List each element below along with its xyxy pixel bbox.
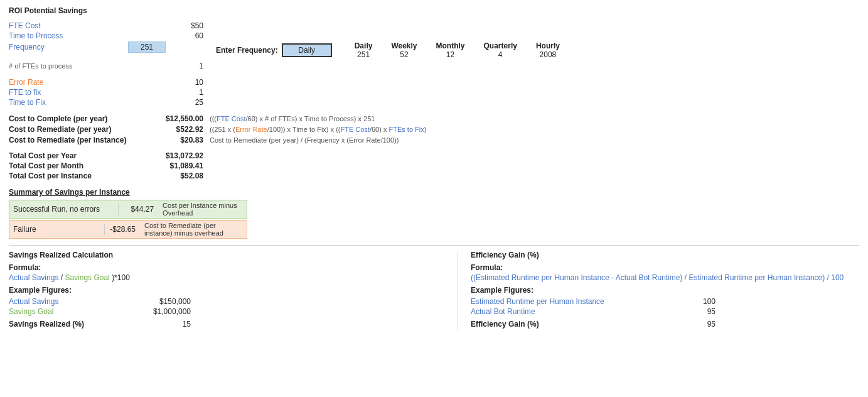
num-ftes-value: 1 xyxy=(128,62,203,70)
formula-end: )*100 xyxy=(112,273,130,282)
freq-hourly-value: 2008 xyxy=(540,50,557,59)
freq-quarterly-value: 4 xyxy=(498,50,503,59)
total-year-value: $13,072.92 xyxy=(128,151,203,160)
efficiency-gain-header: Efficiency Gain (%) xyxy=(471,251,859,259)
freq-quarterly-header: Quarterly xyxy=(484,41,517,50)
fte-to-fix-value: 1 xyxy=(128,88,203,97)
cost-remediate-instance-formula: Cost to Remediate (per year) / (Frequenc… xyxy=(210,136,399,144)
savings-formula-header: Formula: xyxy=(9,263,451,272)
actual-savings-value: $150,000 xyxy=(128,297,191,306)
fte-to-fix-label: FTE to fix xyxy=(9,88,128,97)
freq-weekly-header: Weekly xyxy=(391,41,417,50)
total-month-value: $1,089.41 xyxy=(128,161,203,170)
failure-value: -$28.65 xyxy=(104,224,139,235)
actual-savings-label: Actual Savings xyxy=(9,297,128,306)
efficiency-formula-header: Formula: xyxy=(471,263,859,272)
failure-desc: Cost to Remediate (per instance) minus o… xyxy=(139,220,247,238)
savings-goal-label: Savings Goal xyxy=(9,307,128,316)
frequency-label: Frequency xyxy=(9,43,128,52)
total-month-label: Total Cost per Month xyxy=(9,161,128,170)
error-rate-value: 10 xyxy=(128,78,203,87)
savings-realized-panel: Savings Realized Calculation Formula: Ac… xyxy=(9,251,451,330)
error-rate-label: Error Rate xyxy=(9,78,128,87)
cost-remediate-label: Cost to Remediate (per year) xyxy=(9,125,128,134)
freq-hourly-header: Hourly xyxy=(536,41,560,50)
savings-realized-result-label: Savings Realized (%) xyxy=(9,320,128,329)
savings-summary-header: Summary of Savings per Instance xyxy=(9,188,859,197)
cost-remediate-formula: ((251 x (Error Rate/100)) x Time to Fix)… xyxy=(210,126,426,133)
fte-cost-value: $50 xyxy=(128,21,203,30)
fte-cost-label: FTE Cost xyxy=(9,21,128,30)
savings-examples-header: Example Figures: xyxy=(9,286,451,295)
time-to-process-label: Time to Process xyxy=(9,31,128,40)
cost-remediate-value: $522.92 xyxy=(128,125,203,134)
success-run-value: $44.27 xyxy=(118,204,158,215)
freq-monthly-header: Monthly xyxy=(436,41,465,50)
savings-goal-formula-part: Savings Goal xyxy=(65,273,109,282)
freq-daily-header: Daily xyxy=(355,41,373,50)
cost-complete-label: Cost to Complete (per year) xyxy=(9,114,128,123)
efficiency-result-label: Efficiency Gain (%) xyxy=(471,320,678,329)
time-to-process-value: 60 xyxy=(128,31,203,40)
efficiency-gain-panel: Efficiency Gain (%) Formula: ((Estimated… xyxy=(458,251,859,330)
bot-runtime-value: 95 xyxy=(678,307,715,316)
est-runtime-value: 100 xyxy=(678,297,715,306)
total-year-label: Total Cost per Year xyxy=(9,151,128,160)
savings-realized-header: Savings Realized Calculation xyxy=(9,251,451,259)
num-ftes-label: # of FTEs to process xyxy=(9,62,128,70)
actual-savings-formula-part: Actual Savings xyxy=(9,273,58,282)
cost-complete-value: $12,550.00 xyxy=(128,114,203,123)
page-title: ROI Potential Savings xyxy=(9,6,859,15)
failure-label: Failure xyxy=(9,224,104,235)
efficiency-formula-colored: ((Estimated Runtime per Human Instance -… xyxy=(471,273,844,282)
cost-remediate-instance-label: Cost to Remediate (per instance) xyxy=(9,136,128,144)
est-runtime-label: Estimated Runtime per Human Instance xyxy=(471,297,678,306)
savings-goal-value: $1,000,000 xyxy=(128,307,191,316)
frequency-input[interactable]: Daily xyxy=(282,43,332,57)
efficiency-result-value: 95 xyxy=(678,320,715,329)
success-run-label: Successful Run, no errors xyxy=(9,204,118,215)
freq-weekly-value: 52 xyxy=(400,50,408,59)
efficiency-examples-header: Example Figures: xyxy=(471,286,859,295)
time-to-fix-label: Time to Fix xyxy=(9,98,128,107)
enter-frequency-label: Enter Frequency: xyxy=(216,46,278,55)
cost-remediate-instance-value: $20.83 xyxy=(128,136,203,144)
time-to-fix-value: 25 xyxy=(128,98,203,107)
total-instance-value: $52.08 xyxy=(128,171,203,180)
savings-realized-result-value: 15 xyxy=(128,320,191,329)
bot-runtime-label: Actual Bot Runtime xyxy=(471,307,678,316)
freq-daily-value: 251 xyxy=(357,50,370,59)
success-run-desc: Cost per Instance minus Overhead xyxy=(158,200,247,218)
freq-monthly-value: 12 xyxy=(446,50,454,59)
cost-complete-formula: (((FTE Cost/60) x # of FTEs) x Time to P… xyxy=(210,115,375,122)
frequency-value[interactable]: 251 xyxy=(128,41,166,53)
total-instance-label: Total Cost per Instance xyxy=(9,171,128,180)
